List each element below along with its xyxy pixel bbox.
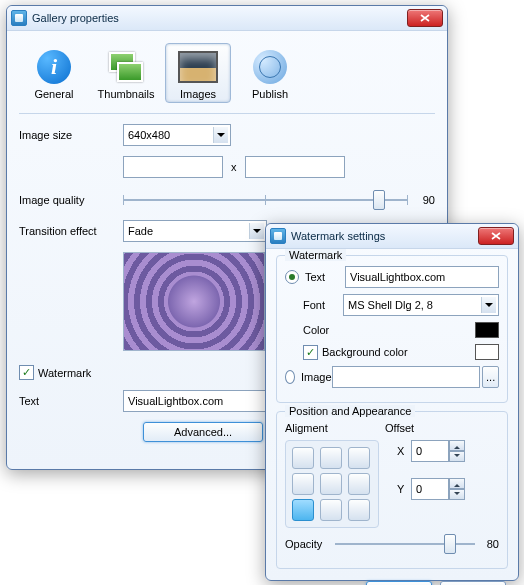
bg-color-swatch[interactable]	[475, 344, 499, 360]
align-cell[interactable]	[320, 473, 342, 495]
divider	[19, 113, 435, 114]
tab-publish[interactable]: Publish	[237, 43, 303, 103]
align-cell[interactable]	[292, 447, 314, 469]
wm-image-input[interactable]	[332, 366, 480, 388]
label-opacity: Opacity	[285, 538, 335, 550]
ok-button[interactable]: OK	[366, 581, 432, 585]
align-cell[interactable]	[292, 499, 314, 521]
tab-images[interactable]: Images	[165, 43, 231, 103]
image-radio[interactable]	[285, 370, 295, 384]
align-cell[interactable]	[348, 473, 370, 495]
globe-icon	[253, 50, 287, 84]
cancel-button[interactable]: Cancel	[440, 581, 506, 585]
label-color: Color	[303, 324, 343, 336]
chevron-down-icon	[481, 297, 496, 313]
text-radio[interactable]	[285, 270, 299, 284]
label-x: x	[231, 161, 237, 173]
watermark-settings-window: Watermark settings Watermark Text Font M…	[265, 223, 519, 581]
info-icon: i	[37, 50, 71, 84]
tab-thumbnails[interactable]: Thumbnails	[93, 43, 159, 103]
image-quality-value: 90	[407, 194, 435, 206]
align-cell[interactable]	[320, 447, 342, 469]
slider-thumb[interactable]	[373, 190, 385, 210]
font-select[interactable]: MS Shell Dlg 2, 8	[343, 294, 499, 316]
label-text: Text	[305, 271, 345, 283]
advanced-button[interactable]: Advanced...	[143, 422, 263, 442]
offset-x-spinner[interactable]	[411, 440, 465, 462]
label-y: Y	[397, 483, 411, 495]
align-cell[interactable]	[292, 473, 314, 495]
app-icon	[270, 228, 286, 244]
transition-select[interactable]: Fade	[123, 220, 267, 242]
close-icon	[491, 232, 501, 240]
app-icon	[11, 10, 27, 26]
opacity-value: 80	[475, 538, 499, 550]
align-cell[interactable]	[320, 499, 342, 521]
thumbnails-icon	[109, 50, 143, 84]
browse-button[interactable]: ...	[482, 366, 499, 388]
tab-general[interactable]: i General	[21, 43, 87, 103]
wm-text-input[interactable]	[345, 266, 499, 288]
chevron-down-icon	[249, 223, 264, 239]
transition-preview	[123, 252, 265, 351]
label-alignment: Aligment	[285, 422, 385, 434]
position-appearance-group: Position and Appearance Aligment Offset	[276, 411, 508, 569]
alignment-grid	[285, 440, 379, 528]
close-button[interactable]	[478, 227, 514, 245]
offset-y-spinner[interactable]	[411, 478, 465, 500]
watermark-checkbox[interactable]	[19, 365, 34, 380]
close-icon	[420, 14, 430, 22]
window-title: Watermark settings	[291, 230, 478, 242]
tab-label: Publish	[240, 88, 300, 100]
titlebar[interactable]: Gallery properties	[7, 6, 447, 31]
label-offset: Offset	[385, 422, 414, 434]
color-swatch[interactable]	[475, 322, 499, 338]
label-image: Image	[301, 371, 332, 383]
window-title: Gallery properties	[32, 12, 407, 24]
label-image-quality: Image quality	[19, 194, 123, 206]
spin-down[interactable]	[449, 489, 465, 500]
label-text: Text	[19, 395, 123, 407]
chevron-down-icon	[213, 127, 228, 143]
label-bg-color: Background color	[322, 346, 408, 358]
height-input[interactable]	[245, 156, 345, 178]
watermark-group: Watermark Text Font MS Shell Dlg 2, 8 Co…	[276, 255, 508, 403]
spin-up[interactable]	[449, 440, 465, 451]
label-x: X	[397, 445, 411, 457]
spin-down[interactable]	[449, 451, 465, 462]
align-cell[interactable]	[348, 447, 370, 469]
image-quality-slider[interactable]	[123, 190, 407, 210]
align-cell[interactable]	[348, 499, 370, 521]
bg-color-checkbox[interactable]	[303, 345, 318, 360]
tab-label: General	[24, 88, 84, 100]
width-input[interactable]	[123, 156, 223, 178]
group-title: Position and Appearance	[285, 405, 415, 417]
tab-label: Thumbnails	[96, 88, 156, 100]
opacity-slider[interactable]	[335, 534, 475, 554]
image-size-select[interactable]: 640x480	[123, 124, 231, 146]
label-watermark: Watermark	[38, 367, 91, 379]
label-transition: Transition effect	[19, 225, 123, 237]
group-title: Watermark	[285, 249, 346, 261]
label-font: Font	[303, 299, 343, 311]
tab-label: Images	[168, 88, 228, 100]
titlebar[interactable]: Watermark settings	[266, 224, 518, 249]
close-button[interactable]	[407, 9, 443, 27]
tab-toolbar: i General Thumbnails Images Publish	[19, 39, 435, 111]
spin-up[interactable]	[449, 478, 465, 489]
slider-thumb[interactable]	[444, 534, 456, 554]
label-image-size: Image size	[19, 129, 123, 141]
images-icon	[178, 51, 218, 83]
watermark-text-input[interactable]	[123, 390, 271, 412]
